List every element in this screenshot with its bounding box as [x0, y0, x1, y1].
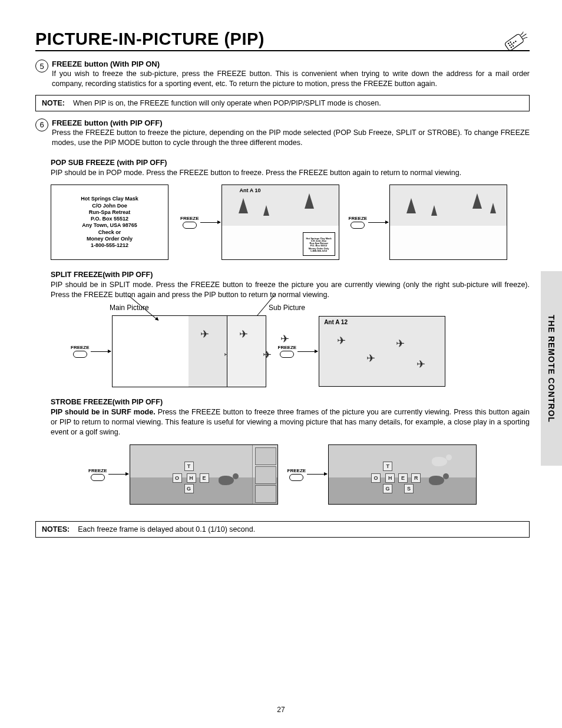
pip-ad-line: 1-800-555-1212	[310, 250, 327, 252]
arrow-icon	[108, 474, 128, 475]
osd-label: Ant A 12	[324, 319, 348, 325]
step-5: 5 FREEZE button (With PIP ON) If you wis…	[35, 60, 530, 89]
step-number-5: 5	[35, 60, 48, 73]
note-label: NOTES:	[42, 525, 70, 533]
tile: H	[385, 473, 395, 483]
note-body: When PIP is on, the FREEZE function will…	[73, 99, 381, 107]
step-6-body: Press the FREEZE button to freeze the pi…	[52, 128, 530, 148]
tile: G	[383, 484, 392, 493]
note-box-1: NOTE:When PIP is on, the FREEZE function…	[35, 95, 530, 111]
strobe-lead: PIP should be in SURF mode.	[51, 408, 156, 416]
tile: E	[398, 473, 408, 483]
snow-screen-with-pip: Ant A 10 Hot Springs Clay Mask C/O John …	[222, 185, 339, 260]
tile: R	[411, 473, 421, 483]
note-label: NOTE:	[42, 99, 65, 107]
split-freeze-body: PIP should be in SPLIT mode. Press the F…	[51, 280, 530, 300]
ad-line: Run-Spa Retreat	[89, 209, 131, 216]
step-6-title: FREEZE button (with PIP OFF)	[52, 118, 530, 127]
arrow-icon	[368, 222, 388, 223]
tile: G	[184, 484, 194, 493]
freeze-button-icon: FREEZE	[349, 216, 368, 229]
osd-label: Ant A 10	[240, 187, 261, 193]
ad-line: Hot Springs Clay Mask	[81, 196, 138, 202]
page-number: 27	[0, 706, 562, 714]
note-body: Each freeze frame is delayed about 0.1 (…	[78, 525, 255, 533]
step-number-6: 6	[35, 118, 48, 131]
freeze-button-icon: FREEZE	[71, 345, 90, 358]
strobe-freeze-body: PIP should be in SURF mode. Press the FR…	[51, 407, 530, 437]
ad-line: C/O John Doe	[92, 203, 127, 209]
infomercial-screen: Hot Springs Clay Mask C/O John Doe Run-S…	[51, 185, 168, 260]
step-5-body: If you wish to freeze the sub-picture, p…	[52, 69, 530, 89]
page-title: PICTURE-IN-PICTURE (PIP)	[35, 29, 265, 49]
section-tab: THE REMOTE CONTROL	[541, 271, 562, 466]
tile: E	[200, 473, 209, 483]
freeze-button-icon: FREEZE	[88, 468, 107, 481]
ad-line: Money Order Only	[87, 236, 133, 242]
tile: O	[173, 473, 182, 483]
arrow-icon	[297, 351, 318, 352]
pop-sub-freeze-title: POP SUB FREEZE (with PIP OFF)	[51, 159, 530, 167]
tile: O	[371, 473, 381, 483]
ad-line: Check or	[98, 229, 121, 236]
tile: T	[184, 462, 194, 471]
strobe-freeze-title: STROBE FREEZE(with PIP OFF)	[51, 398, 530, 406]
arrow-icon	[200, 222, 220, 223]
freeze-label: FREEZE	[349, 216, 368, 221]
split-diagram: FREEZE ✈ ✈ ✈ ✈ ✈ ✈ FREEZE Ant A 12 ✈ ✈ ✈…	[71, 315, 530, 387]
remote-control-icon	[501, 27, 532, 55]
strobe-screen-1: T O H E G	[130, 444, 278, 505]
freeze-button-icon: FREEZE	[180, 216, 199, 229]
freeze-label: FREEZE	[88, 468, 107, 473]
strobe-screen-2: T O H E R G S	[328, 444, 477, 505]
pop-sub-freeze-body: PIP should be in POP mode. Press the FRE…	[51, 168, 530, 178]
freeze-label: FREEZE	[180, 216, 199, 221]
tile: T	[383, 462, 392, 471]
step-6: 6 FREEZE button (with PIP OFF) Press the…	[35, 118, 530, 148]
strobe-side-strip	[252, 445, 277, 504]
sub-picture-label: Sub Picture	[269, 304, 305, 312]
snow-screen	[389, 185, 507, 260]
section-tab-label: THE REMOTE CONTROL	[547, 315, 556, 423]
pip-inset: Hot Springs Clay Mask C/O John Doe Run-S…	[303, 232, 335, 256]
arrow-icon	[307, 474, 327, 475]
pop-diagram: Hot Springs Clay Mask C/O John Doe Run-S…	[51, 185, 530, 260]
freeze-label: FREEZE	[71, 345, 90, 350]
arrow-icon	[91, 351, 111, 352]
step-5-title: FREEZE button (With PIP ON)	[52, 60, 530, 68]
ad-line: Any Town, USA 98765	[82, 222, 137, 229]
freeze-button-icon: FREEZE	[287, 468, 306, 481]
strobe-diagram: FREEZE T O H E G FREEZE T O H E R G S	[88, 444, 530, 505]
freeze-button-icon: FREEZE	[278, 345, 297, 358]
freeze-label: FREEZE	[287, 468, 306, 473]
split-screen: ✈ ✈ ✈ ✈ ✈ ✈	[112, 315, 266, 387]
ad-line: 1-800-555-1212	[91, 242, 128, 249]
ad-line: P.O. Box 55512	[91, 216, 128, 222]
freeze-label: FREEZE	[278, 345, 297, 350]
tile: S	[404, 484, 414, 493]
split-result-screen: Ant A 12 ✈ ✈ ✈ ✈	[319, 316, 445, 387]
split-freeze-title: SPLIT FREEZE(with PIP OFF)	[51, 271, 530, 279]
note-box-2: NOTES:Each freeze frame is delayed about…	[35, 521, 530, 538]
tile: H	[187, 473, 196, 483]
